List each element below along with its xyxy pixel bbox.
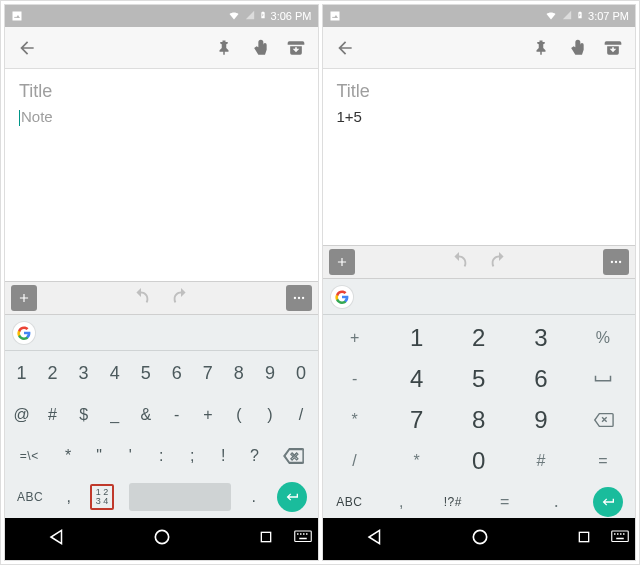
key-enter[interactable] [582,481,634,522]
key-dollar[interactable]: $ [68,394,99,435]
add-button[interactable] [329,249,355,275]
key-squote[interactable]: ' [115,435,146,476]
key-bang[interactable]: ! [208,435,239,476]
key-hash[interactable]: # [37,394,68,435]
archive-button[interactable] [282,34,310,62]
more-button[interactable] [286,285,312,311]
svg-rect-21 [616,538,624,540]
undo-button[interactable] [124,285,158,311]
key-colon[interactable]: : [146,435,177,476]
key-star[interactable]: * [53,435,84,476]
key-8[interactable]: 8 [448,399,510,440]
key-eq[interactable]: = [479,481,531,522]
key-3[interactable]: 3 [68,353,99,394]
redo-button[interactable] [164,285,198,311]
key-numpad-toggle[interactable]: 1 23 4 [84,476,121,517]
google-icon[interactable] [13,322,35,344]
key-lparen[interactable]: ( [223,394,254,435]
key-dquote[interactable]: " [84,435,115,476]
back-button[interactable] [13,34,41,62]
key-6[interactable]: 6 [161,353,192,394]
key-hashnum[interactable]: # [510,440,572,481]
body-input[interactable]: 1+5 [337,108,622,125]
key-0[interactable]: 0 [285,353,316,394]
key-9[interactable]: 9 [254,353,285,394]
key-period[interactable]: . [531,481,583,522]
back-button[interactable] [331,34,359,62]
key-period[interactable]: . [239,476,269,517]
key-5[interactable]: 5 [448,358,510,399]
key-question[interactable]: ? [239,435,270,476]
key-slash[interactable]: / [285,394,316,435]
key-2[interactable]: 2 [448,317,510,358]
svg-rect-4 [262,532,271,541]
key-backspace[interactable] [572,399,634,440]
battery-icon [259,9,267,23]
note-editor[interactable]: Title 1+5 [323,69,636,245]
nav-home-button[interactable] [152,527,172,551]
title-input[interactable]: Title [19,81,304,102]
key-slash[interactable]: / [324,440,386,481]
key-enter[interactable] [268,476,316,517]
key-8[interactable]: 8 [223,353,254,394]
key-space[interactable] [572,358,634,399]
nav-keyboard-icon[interactable] [611,530,629,548]
gesture-button[interactable] [246,34,274,62]
pin-button[interactable] [210,34,238,62]
key-3[interactable]: 3 [510,317,572,358]
body-input[interactable]: Note [19,108,304,126]
svg-rect-6 [297,533,299,535]
key-plus[interactable]: + [324,317,386,358]
key-plus[interactable]: + [192,394,223,435]
key-0[interactable]: 0 [448,440,510,481]
key-semicolon[interactable]: ; [177,435,208,476]
key-star[interactable]: * [324,399,386,440]
key-5[interactable]: 5 [130,353,161,394]
google-icon[interactable] [331,286,353,308]
nav-recents-button[interactable] [576,529,592,549]
nav-keyboard-icon[interactable] [294,530,312,548]
key-rparen[interactable]: ) [254,394,285,435]
nav-home-button[interactable] [470,527,490,551]
keyboard-suggestion-bar[interactable] [5,315,318,351]
key-amp[interactable]: & [130,394,161,435]
redo-button[interactable] [482,249,516,275]
undo-button[interactable] [442,249,476,275]
key-4[interactable]: 4 [386,358,448,399]
pin-button[interactable] [527,34,555,62]
key-more-symbols[interactable]: =\< [6,435,53,476]
key-sym-toggle[interactable]: !?# [427,481,479,522]
key-underscore[interactable]: _ [99,394,130,435]
key-6[interactable]: 6 [510,358,572,399]
key-abc-toggle[interactable]: ABC [6,476,54,517]
key-space[interactable] [121,476,239,517]
key-percent[interactable]: % [572,317,634,358]
key-7[interactable]: 7 [386,399,448,440]
add-button[interactable] [11,285,37,311]
nav-back-button[interactable] [366,528,384,550]
title-input[interactable]: Title [337,81,622,102]
more-button[interactable] [603,249,629,275]
key-9[interactable]: 9 [510,399,572,440]
note-editor[interactable]: Title Note [5,69,318,281]
nav-recents-button[interactable] [258,529,274,549]
key-comma[interactable]: , [54,476,84,517]
archive-button[interactable] [599,34,627,62]
key-starnum[interactable]: * [386,440,448,481]
key-2[interactable]: 2 [37,353,68,394]
navigation-bar [5,518,318,560]
key-1[interactable]: 1 [6,353,37,394]
key-equals[interactable]: = [572,440,634,481]
key-1[interactable]: 1 [386,317,448,358]
key-abc-toggle[interactable]: ABC [324,481,376,522]
gesture-button[interactable] [563,34,591,62]
nav-back-button[interactable] [48,528,66,550]
key-4[interactable]: 4 [99,353,130,394]
key-minus[interactable]: - [324,358,386,399]
key-minus[interactable]: - [161,394,192,435]
key-7[interactable]: 7 [192,353,223,394]
key-backspace[interactable] [270,435,317,476]
key-at[interactable]: @ [6,394,37,435]
keyboard-suggestion-bar[interactable] [323,279,636,315]
key-comma[interactable]: , [375,481,427,522]
